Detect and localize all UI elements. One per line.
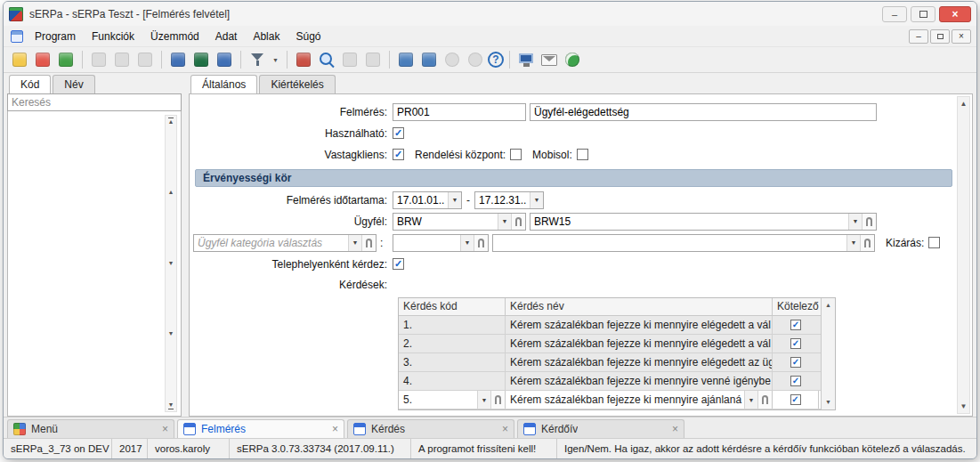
revert-icon[interactable] xyxy=(293,49,314,70)
monitor-icon[interactable] xyxy=(515,49,537,70)
question-name-cell[interactable]: Kérem százalékban fejezze ki mennyire el… xyxy=(506,335,773,353)
scroll-down-icon[interactable]: ▼ xyxy=(168,330,174,337)
calendar-dropdown-icon[interactable]: ▼ xyxy=(530,192,543,208)
column-header-required[interactable]: Kötelező xyxy=(773,298,819,315)
calendar-dropdown-icon[interactable]: ▼ xyxy=(448,192,461,208)
persite-checkbox[interactable]: ✓ xyxy=(393,258,404,270)
doc-tab-felmeres[interactable]: Felmérés× xyxy=(177,419,344,438)
question-row-5[interactable]: 5.▼Kérem százalékban fejezze ki mennyire… xyxy=(399,391,821,409)
menu-item-sugo[interactable]: Súgó xyxy=(288,28,328,45)
close-button[interactable]: × xyxy=(939,6,971,22)
question-code-cell[interactable]: 1. xyxy=(399,316,506,334)
menu-item-uzemmod[interactable]: Üzemmód xyxy=(142,28,207,45)
question-row-3[interactable]: 3.Kérem százalékban fejezze ki mennyire … xyxy=(399,353,821,372)
menu-item-adat[interactable]: Adat xyxy=(207,28,246,45)
tab-nev[interactable]: Név xyxy=(53,75,94,93)
phone-icon[interactable] xyxy=(562,49,583,70)
thickclient-checkbox[interactable]: ✓ xyxy=(393,149,404,160)
category-code-combo[interactable]: ▼ xyxy=(393,234,489,252)
email-icon[interactable] xyxy=(539,49,560,70)
dropdown-icon[interactable]: ▼ xyxy=(744,391,757,409)
list-scrollbar[interactable]: ▲ ▲ ▼ ▼ ▼ xyxy=(165,115,177,412)
maximize-button[interactable] xyxy=(911,6,935,22)
attachment-icon[interactable] xyxy=(474,235,488,251)
required-checkbox[interactable]: ✓ xyxy=(790,338,801,349)
attachment-icon[interactable] xyxy=(511,214,525,230)
table-export-icon[interactable] xyxy=(214,49,235,70)
scroll-to-bottom-icon[interactable]: ▼ xyxy=(168,401,174,409)
question-required-cell[interactable]: ✓ xyxy=(773,372,819,390)
tab-altalanos[interactable]: Általános xyxy=(190,75,257,93)
question-name-cell[interactable]: Kérem százalékban fejezze ki mennyire aj… xyxy=(506,391,773,409)
mdi-minimize-button[interactable]: – xyxy=(909,29,928,44)
copy-record-icon[interactable] xyxy=(418,49,440,70)
required-checkbox[interactable]: ✓ xyxy=(790,394,801,405)
excel-export-icon[interactable] xyxy=(190,49,212,70)
question-row-4[interactable]: 4.Kérem százalékban fejezze ki mennyire … xyxy=(399,372,821,391)
question-code-cell[interactable]: 4. xyxy=(399,372,506,390)
customer-code-combo[interactable]: BRW ▼ xyxy=(393,213,526,231)
dropdown-icon[interactable]: ▼ xyxy=(477,391,490,409)
question-required-cell[interactable]: ✓ xyxy=(773,335,819,353)
customer-name-combo[interactable]: BRW15 ▼ xyxy=(530,213,877,231)
scroll-to-top-icon[interactable]: ▲ xyxy=(168,118,174,126)
question-name-cell[interactable]: Kérem százalékban fejezze ki mennyire el… xyxy=(506,353,773,371)
mdi-close-button[interactable]: × xyxy=(952,29,971,44)
required-checkbox[interactable]: ✓ xyxy=(790,357,801,368)
dropdown-icon[interactable]: ▼ xyxy=(846,235,860,251)
grid-scrollbar[interactable]: ▲ ▼ xyxy=(821,298,835,409)
attachment-icon[interactable] xyxy=(490,391,505,409)
question-required-cell[interactable]: ✓ xyxy=(773,391,819,409)
survey-code-input[interactable] xyxy=(393,103,526,121)
column-header-code[interactable]: Kérdés kód xyxy=(399,298,506,315)
menu-item-funkciok[interactable]: Funkciók xyxy=(84,28,142,45)
grid-view-icon[interactable] xyxy=(167,49,189,70)
scroll-up-icon[interactable]: ▲ xyxy=(168,189,174,196)
menu-item-ablak[interactable]: Ablak xyxy=(245,28,288,45)
dropdown-icon[interactable]: ▼ xyxy=(498,214,511,230)
column-header-name[interactable]: Kérdés név xyxy=(506,298,773,315)
category-select-combo[interactable]: Ügyfél kategória választás ▼ xyxy=(193,234,377,252)
mdi-restore-button[interactable] xyxy=(930,29,950,44)
title-bar[interactable]: sERPa - sERPa Teszt - [Felmérés felvétel… xyxy=(4,2,976,26)
filter-icon[interactable] xyxy=(247,49,268,70)
question-required-cell[interactable]: ✓ xyxy=(773,353,819,371)
attachment-icon[interactable] xyxy=(361,235,376,251)
attachment-icon[interactable] xyxy=(757,391,772,409)
required-checkbox[interactable]: ✓ xyxy=(790,320,801,330)
question-row-2[interactable]: 2.Kérem százalékban fejezze ki mennyire … xyxy=(399,335,821,353)
scroll-down-icon[interactable]: ▼ xyxy=(960,401,968,411)
search-input[interactable] xyxy=(7,93,182,111)
tab-kiertekeles[interactable]: Kiértékelés xyxy=(259,75,335,93)
scroll-up-icon[interactable]: ▲ xyxy=(960,99,968,109)
minimize-button[interactable]: – xyxy=(882,6,907,22)
category-name-combo[interactable]: ▼ xyxy=(492,234,875,252)
date-to-field[interactable]: 17.12.31.. ▼ xyxy=(474,191,544,209)
scroll-up-icon[interactable]: ▲ xyxy=(825,301,831,310)
survey-name-input[interactable] xyxy=(530,103,877,121)
attachment-icon[interactable] xyxy=(860,235,874,251)
main-scrollbar[interactable]: ▲ ▼ xyxy=(957,96,970,414)
open-icon[interactable] xyxy=(32,49,53,70)
exclusion-checkbox[interactable] xyxy=(928,237,940,248)
scroll-down-icon[interactable]: ▼ xyxy=(168,260,174,267)
close-tab-icon[interactable]: × xyxy=(162,424,168,434)
attachment-icon[interactable] xyxy=(862,214,876,230)
usable-checkbox[interactable]: ✓ xyxy=(393,127,404,139)
tab-kod[interactable]: Kód xyxy=(9,75,51,93)
question-code-cell[interactable]: 2. xyxy=(399,335,506,353)
code-list[interactable]: ▲ ▲ ▼ ▼ ▼ xyxy=(7,111,182,417)
new-icon[interactable] xyxy=(9,49,30,70)
close-tab-icon[interactable]: × xyxy=(502,424,508,434)
question-name-cell[interactable]: Kérem százalékban fejezze ki mennyire ve… xyxy=(506,372,773,390)
menu-item-program[interactable]: Program xyxy=(27,28,84,45)
help-icon[interactable]: ? xyxy=(488,52,504,68)
scroll-down-icon[interactable]: ▼ xyxy=(825,398,831,407)
question-row-1[interactable]: 1.Kérem százalékban fejezze ki mennyire … xyxy=(399,316,821,335)
close-tab-icon[interactable]: × xyxy=(332,424,338,434)
required-checkbox[interactable]: ✓ xyxy=(790,376,801,386)
question-name-cell[interactable]: Kérem százalékban fejezze ki mennyire el… xyxy=(506,316,773,334)
ordercenter-checkbox[interactable] xyxy=(510,149,522,160)
close-tab-icon[interactable]: × xyxy=(672,424,678,434)
filter-dropdown-icon[interactable]: ▼ xyxy=(270,49,281,70)
